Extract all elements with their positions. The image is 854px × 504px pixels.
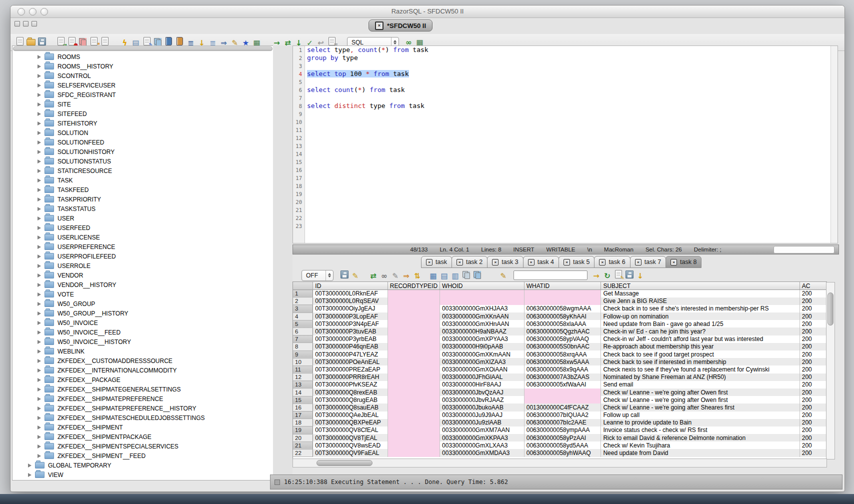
- scrollbar-thumb[interactable]: [828, 292, 834, 326]
- frame-minimize-icon[interactable]: [14, 21, 20, 26]
- cell-subject[interactable]: Give Jenn a BIG RAISE: [601, 298, 800, 305]
- grid-row-6[interactable]: 600T3000000P3tuvEAB0033000000H9aNBAAZ006…: [293, 328, 826, 335]
- tree-item-zkfedex-package[interactable]: ZKFEDEX__PACKAGE: [12, 375, 273, 384]
- edit-document-icon[interactable]: ✎: [142, 36, 152, 46]
- tab-close-icon[interactable]: ×: [375, 22, 384, 30]
- disclosure-triangle-icon[interactable]: [38, 435, 41, 439]
- disclosure-triangle-icon[interactable]: [38, 236, 41, 240]
- cell-recordtypeid[interactable]: [388, 358, 440, 366]
- disconnect-icon[interactable]: ●: [67, 36, 76, 46]
- cell-recordtypeid[interactable]: [388, 442, 440, 449]
- sort-rows-icon[interactable]: ⇅: [412, 272, 422, 281]
- result-tab-task-7[interactable]: ×task 7: [630, 256, 666, 268]
- result-tab-task-8[interactable]: ×task 8: [666, 256, 702, 268]
- disclosure-triangle-icon[interactable]: [38, 112, 41, 116]
- grid-row-18[interactable]: 1800T3000000QBXPeEAP0033000000Ju9zlAAB00…: [293, 419, 826, 426]
- cell-whoid[interactable]: [440, 298, 524, 305]
- cell-id[interactable]: 00T3000000OiyJgEAJ: [313, 305, 388, 312]
- cell-subject[interactable]: Check w/ Kevin Tsujihara: [601, 442, 800, 449]
- grid-row-17[interactable]: 1700T3000000QAeJbEAL0033000000Ju9J9AAJ00…: [293, 412, 826, 419]
- book-blue-icon[interactable]: [164, 36, 174, 46]
- tree-item-zkfedex-shipment[interactable]: ZKFEDEX__SHIPMENT: [12, 422, 273, 432]
- cell-ac[interactable]: 200: [800, 404, 826, 411]
- grid-row-21[interactable]: 2100T3000000QV8wsEAD0033000000GmXLXAA300…: [293, 442, 826, 449]
- disclosure-triangle-icon[interactable]: [38, 64, 41, 68]
- cell-whatid[interactable]: 006300000058yKhAAI: [524, 312, 601, 320]
- disclosure-triangle-icon[interactable]: [38, 340, 41, 344]
- cell-recordtypeid[interactable]: [388, 312, 440, 320]
- disclosure-triangle-icon[interactable]: [38, 378, 41, 382]
- tree-item-zkfedex-shipmatescheduledjobssettings[interactable]: ZKFEDEX__SHIPMATESCHEDULEDJOBSSETTINGS: [12, 413, 273, 422]
- cell-ac[interactable]: 200: [800, 336, 826, 343]
- editor-line-3[interactable]: [307, 62, 830, 70]
- tree-item-rooms[interactable]: ROOMS: [12, 52, 273, 62]
- cell-whoid[interactable]: 0033000000H9aNBAAZ: [440, 328, 524, 335]
- row-limit-select[interactable]: OFF: [302, 270, 334, 281]
- grid-row-3[interactable]: 300T3000000OiyJgEAJ0033000000GmXHJAA3006…: [293, 305, 826, 312]
- cell-whoid[interactable]: 0033000000GmXHJAA3: [440, 305, 524, 312]
- disclosure-triangle-icon[interactable]: [38, 207, 41, 211]
- cell-id[interactable]: 00T3000000QV8TjEAL: [313, 434, 388, 442]
- grid-row-12[interactable]: 1200T3000000PRR8rEAH0033000000JFhGlAAL00…: [293, 374, 826, 381]
- disclosure-triangle-icon[interactable]: [38, 264, 41, 268]
- cell-whoid[interactable]: 0033000000GmXPYAA3: [440, 336, 524, 343]
- highlight-pen-icon[interactable]: ✎: [498, 272, 508, 281]
- cell-subject[interactable]: Follow-up on nomination: [601, 312, 800, 320]
- cell-subject[interactable]: Check-in w/ Ed - can he join this year?: [601, 328, 800, 335]
- grid-row-8[interactable]: 800T3000000P46qnEAB0033000000H9i0pAAB006…: [293, 343, 826, 350]
- cell-recordtypeid[interactable]: [388, 366, 440, 373]
- editor-line-21[interactable]: [307, 206, 830, 214]
- cell-subject[interactable]: Rick to email David & reference Delmonte…: [601, 434, 800, 442]
- grid-row-9[interactable]: 900T3000000P47LYEAZ0033000000GmXKmAAN006…: [293, 350, 826, 358]
- tree-item-scontrol[interactable]: SCONTROL: [12, 71, 273, 80]
- editor-line-11[interactable]: [307, 126, 830, 134]
- column-header-whoid[interactable]: WHOID: [440, 282, 524, 290]
- cell-recordtypeid[interactable]: [388, 290, 440, 298]
- tree-item-zkfedex-internationalcommodity[interactable]: ZKFEDEX__INTERNATIONALCOMMODITY: [12, 366, 273, 375]
- cell-subject[interactable]: Check back to see if good target prospec…: [601, 350, 800, 358]
- disclosure-triangle-icon[interactable]: [38, 160, 41, 164]
- result-tab-task-3[interactable]: ×task 3: [487, 256, 523, 268]
- search-input[interactable]: [514, 270, 588, 280]
- tree-item-w50-group-history[interactable]: W50_GROUP__HISTORY: [12, 308, 273, 318]
- disclosure-triangle-icon[interactable]: [38, 330, 41, 334]
- disclosure-triangle-icon[interactable]: [38, 406, 41, 410]
- tab-close-icon[interactable]: ×: [492, 259, 498, 266]
- tree-item-vendor[interactable]: VENDOR: [12, 270, 273, 280]
- tree-item-vendor-history[interactable]: VENDOR__HISTORY: [12, 280, 273, 290]
- disclosure-triangle-icon[interactable]: [38, 140, 41, 144]
- cell-whatid[interactable]: 0013000000C4fFCAAZ: [524, 404, 601, 411]
- result-tab-task-6[interactable]: ×task 6: [594, 256, 630, 268]
- disclosure-triangle-icon[interactable]: [38, 444, 41, 448]
- cell-ac[interactable]: 200: [800, 312, 826, 320]
- cell-subject[interactable]: Re-approach about membership this year: [601, 343, 800, 350]
- disclosure-triangle-icon[interactable]: [38, 122, 41, 126]
- disclosure-triangle-icon[interactable]: [38, 283, 41, 287]
- cell-whatid[interactable]: 006300000058ypVAAQ: [524, 336, 601, 343]
- disclosure-triangle-icon[interactable]: [38, 55, 41, 59]
- new-file-icon[interactable]: [15, 36, 24, 46]
- editor-line-13[interactable]: [307, 142, 830, 150]
- foreign-keys-icon[interactable]: ⇒: [402, 272, 411, 281]
- cell-ac[interactable]: 200: [800, 298, 826, 305]
- edit-note-icon[interactable]: ✎: [614, 270, 623, 279]
- cell-recordtypeid[interactable]: [388, 298, 440, 305]
- editor-line-1[interactable]: select type, count(*) from task: [307, 46, 830, 54]
- disclosure-triangle-icon[interactable]: [38, 74, 41, 78]
- cell-subject[interactable]: Check w/ Leanne - we're going after Owen…: [601, 396, 800, 404]
- reload-table-icon[interactable]: ▦: [428, 272, 438, 281]
- cell-whoid[interactable]: 0033000000JFhGlAAL: [440, 374, 524, 381]
- cell-ac[interactable]: 200: [800, 434, 826, 442]
- disclosure-triangle-icon[interactable]: [38, 359, 41, 363]
- disclosure-triangle-icon[interactable]: [38, 245, 41, 249]
- disclosure-triangle-icon[interactable]: [38, 292, 41, 296]
- editor-line-9[interactable]: [307, 110, 830, 118]
- cell-whatid[interactable]: 006300000058yPzAAI: [524, 434, 601, 442]
- cell-whatid[interactable]: 006300000058x9qAAA: [524, 366, 601, 373]
- zoom-window-icon[interactable]: [40, 8, 48, 16]
- cell-ac[interactable]: 200: [800, 328, 826, 335]
- sql-editor[interactable]: 1234567891011121314151617181920212223 se…: [292, 46, 838, 244]
- tree-item-zkfedex-shipment-feed[interactable]: ZKFEDEX__SHIPMENT__FEED: [12, 451, 273, 460]
- disclosure-triangle-icon[interactable]: [38, 178, 41, 182]
- tree-item-w50-group[interactable]: W50_GROUP: [12, 299, 273, 308]
